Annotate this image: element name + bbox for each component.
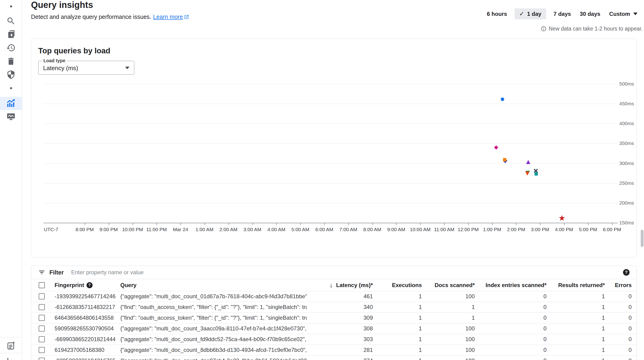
cell-errors: 0 [605,291,637,302]
select-all-checkbox[interactable] [39,282,45,288]
sidebar-item-query-insights[interactable] [0,97,22,110]
cell-fingerprint: 6464365664806143558 [54,313,120,323]
search-icon [6,16,16,26]
column-header-errors[interactable]: Errors [605,279,637,291]
time-range-selector: 6 hours✓1 day7 days30 daysCustom [487,10,638,17]
cell-index-entries: 0 [475,291,546,302]
filter-label: Filter [50,269,64,276]
x-axis-label: 10:00 AM [410,227,431,232]
column-header-latency[interactable]: ↓Latency (ms)* [307,279,373,291]
x-axis-tick [468,223,469,225]
x-axis-tick [540,223,540,225]
fingerprint-help-icon[interactable]: ? [86,282,92,288]
column-header-query[interactable]: Query [120,279,307,291]
sidebar-item-release-notes-sparkle[interactable] [0,339,22,352]
dot-icon [10,87,12,89]
table-row[interactable]: -6126638357114832217{"find": "oauth_acce… [31,302,637,313]
row-checkbox[interactable] [39,315,45,321]
sidebar-item-query-editor[interactable] [0,28,22,41]
table-row[interactable]: 5909598265530790504{"aggregate": "multi_… [31,323,637,334]
table-help-icon[interactable]: ? [623,269,630,276]
sidebar-item-history[interactable] [0,41,22,54]
page-scrollbar-thumb[interactable] [641,230,644,247]
cell-index-entries: 0 [475,345,546,355]
row-checkbox[interactable] [39,293,45,300]
x-axis-label: 2:00 PM [507,227,525,232]
y-axis-label: 350ms [619,140,644,146]
cell-results-returned: 1 [546,313,605,323]
data-point-triangle-down [525,171,530,177]
row-checkbox[interactable] [39,326,45,332]
gridline-450ms [43,104,618,104]
learn-more-link[interactable]: Learn more [153,13,189,20]
sidebar-item-search[interactable] [0,14,22,27]
table-row[interactable]: -1939399225467714246{"aggregate": "multi… [31,291,637,302]
column-header-index_entries_scanned[interactable]: Index entries scanned* [475,279,546,291]
time-range-7-days[interactable]: 7 days [554,11,571,17]
sidebar-item-collapse-panel-partial[interactable] [0,355,22,360]
column-header-results_returned[interactable]: Results returned* [546,279,605,291]
cell-fingerprint: 6194237005168380 [54,345,120,355]
filter-input[interactable] [71,269,623,276]
x-axis-label: 6:00 PM [603,227,621,232]
row-select-cell [31,345,54,355]
cell-fingerprint: -1939399225467714246 [54,291,120,302]
cell-executions: 1 [373,334,422,345]
x-axis-tick [228,223,229,225]
cell-fingerprint: -6126638357114832217 [54,302,120,313]
cell-docs-scanned: 100 [422,291,475,302]
queries-table: Fingerprint?Query↓Latency (ms)*Execution… [31,279,637,360]
time-range-1-day[interactable]: ✓1 day [514,8,546,19]
row-checkbox[interactable] [39,358,45,360]
release-notes-sparkle-icon [6,341,16,350]
table-row[interactable]: -6699038652201821444{"aggregate": "multi… [31,334,637,345]
sidebar-item-dot-0[interactable] [0,0,22,13]
cell-results-returned: 1 [546,334,605,345]
sidebar-item-system-insights[interactable] [0,110,22,123]
row-select-cell [31,323,54,334]
cell-latency: 309 [307,313,373,323]
x-axis-label: 5:00 PM [579,227,597,232]
sidebar-divider [0,337,22,338]
load-type-select[interactable]: Load type Latency (ms) [38,61,134,74]
y-axis-label: 250ms [619,180,644,186]
time-range-6-hours[interactable]: 6 hours [487,11,507,17]
filter-icon [38,269,45,276]
sidebar-divider [0,353,22,353]
column-header-docs_scanned[interactable]: Docs scanned* [422,279,475,291]
time-range-30-days[interactable]: 30 days [580,11,600,17]
gridline-300ms [43,163,618,164]
sidebar-item-dot-6[interactable] [0,81,22,95]
time-range-custom[interactable]: Custom [609,11,638,17]
column-header-executions[interactable]: Executions [373,279,422,291]
cell-index-entries: 0 [475,355,546,360]
latency-scatter-chart: 500ms450ms400ms350ms300ms250ms200ms150ms… [43,84,618,223]
x-axis-label: 3:00 PM [531,227,549,232]
gridline-350ms [43,143,618,144]
row-checkbox[interactable] [39,347,45,353]
sidebar-item-delete[interactable] [0,55,22,68]
cell-latency: 303 [307,334,373,345]
x-axis-tick [109,223,109,225]
gridline-200ms [43,203,618,203]
row-select-cell [31,291,54,302]
sort-desc-icon[interactable]: ↓ [330,282,333,289]
x-axis-tick [252,223,253,225]
x-axis-tick [348,223,349,225]
table-row[interactable]: 6194237005168380{"aggregate": "multi_doc… [31,345,637,355]
table-row[interactable]: -8295002236194316765{"aggregate": "multi… [31,355,637,360]
x-axis-label: Mar 24 [173,227,188,232]
y-axis-label: 500ms [619,81,644,87]
column-header-fingerprint[interactable]: Fingerprint? [54,279,120,291]
sidebar-item-security[interactable] [0,68,22,81]
row-checkbox[interactable] [39,336,45,342]
row-checkbox[interactable] [39,304,45,310]
table-row[interactable]: 6464365664806143558{"find": "oauth_acces… [31,313,637,323]
cell-executions: 1 [373,355,422,360]
x-axis-label: 12:00 PM [458,227,479,232]
page-title: Query insights [31,0,93,10]
row-select-cell [31,302,54,313]
external-link-icon [184,14,189,19]
cell-latency: 274 [307,355,373,360]
cell-docs-scanned: 100 [422,345,475,355]
